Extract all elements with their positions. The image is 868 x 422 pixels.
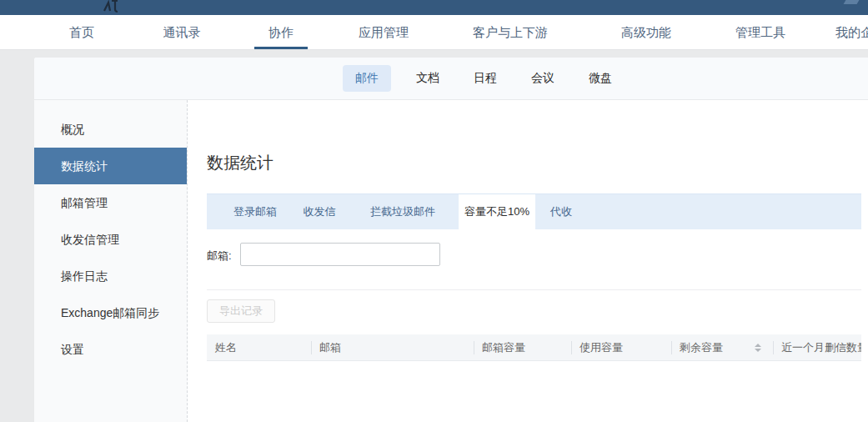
column-header-mailbox-capacity: 邮箱容量 (474, 334, 571, 361)
tab-drive[interactable]: 微盘 (589, 71, 612, 86)
statistics-tabbar: 登录邮箱 收发信 拦截垃圾邮件 容量不足10% 代收 (207, 193, 861, 229)
nav-item-app-management[interactable]: 应用管理 (359, 15, 409, 49)
column-header-remaining-capacity-label: 剩余容量 (680, 341, 723, 354)
export-records-button[interactable]: 导出记录 (207, 299, 275, 323)
logo-partial-mark (103, 0, 119, 15)
topbar-partial-glyph (844, 0, 860, 4)
topbar (0, 0, 868, 15)
stat-tab-login-mailbox[interactable]: 登录邮箱 (233, 194, 277, 229)
tab-mail[interactable]: 邮件 (343, 65, 391, 92)
sidebar: 概况 数据统计 邮箱管理 收发信管理 操作日志 Exchange邮箱同步 设置 (34, 100, 188, 422)
nav-item-my-company[interactable]: 我的企业 (835, 15, 868, 49)
workspace-tabbar: 邮件 文档 日程 会议 微盘 (34, 58, 868, 100)
sidebar-item-send-receive-management[interactable]: 收发信管理 (34, 221, 187, 258)
column-header-used-capacity: 使用容量 (571, 334, 671, 361)
nav-item-contacts[interactable]: 通讯录 (163, 15, 201, 49)
stat-tab-send-receive[interactable]: 收发信 (304, 194, 336, 229)
primary-nav: 首页 通讯录 协作 应用管理 客户与上下游 高级功能 管理工具 我的企业 (0, 15, 868, 50)
sidebar-item-operation-log[interactable]: 操作日志 (34, 258, 187, 294)
section-divider (207, 289, 861, 290)
sidebar-item-mailbox-management[interactable]: 邮箱管理 (34, 184, 187, 221)
mailbox-filter-input[interactable] (240, 243, 440, 266)
tab-docs[interactable]: 文档 (416, 71, 439, 86)
nav-item-collaboration[interactable]: 协作 (268, 15, 294, 49)
column-header-mailbox: 邮箱 (311, 334, 474, 361)
stat-tab-low-capacity[interactable]: 容量不足10% (459, 194, 535, 229)
column-header-remaining-capacity: 剩余容量 (671, 334, 773, 361)
sort-desc-icon (755, 349, 761, 352)
page-title: 数据统计 (207, 152, 273, 174)
nav-item-customers[interactable]: 客户与上下游 (473, 15, 548, 49)
main-content: 数据统计 数据统计截止至2023年09月06日 登录邮箱 收发信 拦截垃圾邮件 … (188, 100, 868, 422)
sidebar-item-data-statistics[interactable]: 数据统计 (34, 148, 187, 184)
nav-item-home[interactable]: 首页 (69, 15, 94, 49)
tab-schedule[interactable]: 日程 (474, 71, 497, 86)
stat-tab-proxy-collect[interactable]: 代收 (550, 194, 572, 229)
sort-icon[interactable] (755, 344, 761, 352)
nav-item-advanced[interactable]: 高级功能 (621, 15, 671, 49)
column-header-name: 姓名 (207, 334, 311, 361)
admin-console-page: { "nav": { "items": [ { "label": "首页", "… (0, 0, 868, 422)
tab-meeting[interactable]: 会议 (531, 71, 554, 86)
column-header-deleted-mail-count: 近一个月删信数量 (773, 334, 861, 361)
content-panel: 邮件 文档 日程 会议 微盘 概况 数据统计 邮箱管理 收发信管理 操作日志 E… (34, 58, 868, 422)
sidebar-item-settings[interactable]: 设置 (34, 331, 187, 368)
nav-item-admin-tools[interactable]: 管理工具 (735, 15, 785, 49)
sidebar-item-exchange-sync[interactable]: Exchange邮箱同步 (34, 294, 187, 331)
sidebar-item-overview[interactable]: 概况 (34, 111, 187, 148)
stat-tab-spam-intercept[interactable]: 拦截垃圾邮件 (370, 194, 435, 229)
sort-asc-icon (755, 344, 761, 347)
table-header-row: 姓名 邮箱 邮箱容量 使用容量 剩余容量 近一个月删信数量 (207, 334, 861, 361)
mailbox-filter-label: 邮箱: (207, 249, 232, 264)
